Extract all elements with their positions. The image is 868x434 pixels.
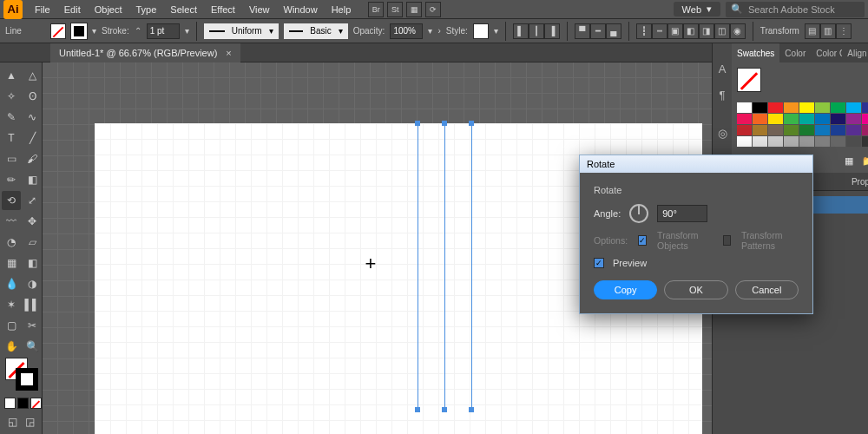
swatch-color[interactable]: [862, 125, 868, 135]
align-bottom-icon[interactable]: ▄: [606, 23, 621, 39]
swatch-color[interactable]: [753, 136, 767, 147]
cancel-button[interactable]: Cancel: [735, 280, 799, 299]
stock-button[interactable]: St: [387, 2, 403, 17]
menu-window[interactable]: Window: [277, 4, 325, 15]
stroke-swatch[interactable]: [71, 23, 87, 39]
align-middle-icon[interactable]: ━: [590, 23, 606, 39]
stroke-weight-input[interactable]: [147, 23, 180, 39]
swatch-color[interactable]: [737, 125, 752, 135]
swatch-color[interactable]: [753, 102, 767, 113]
menu-type[interactable]: Type: [129, 4, 164, 15]
angle-input[interactable]: [657, 205, 707, 222]
direct-selection-tool[interactable]: △: [23, 66, 42, 85]
bridge-button[interactable]: Br: [368, 2, 384, 17]
blend-tool[interactable]: ◑: [23, 274, 42, 293]
shaper-tool[interactable]: ✏: [2, 170, 21, 189]
transform-label[interactable]: Transform: [760, 26, 799, 36]
artboard-tool[interactable]: ▢: [2, 316, 21, 335]
selection-handle[interactable]: [469, 121, 474, 126]
opacity-input[interactable]: [390, 23, 423, 39]
stroke-stepper-icon[interactable]: ⌃: [135, 26, 141, 36]
swatch-color[interactable]: [784, 136, 799, 147]
preview-checkbox[interactable]: ✓: [594, 258, 604, 268]
perspective-grid-tool[interactable]: ▱: [23, 233, 42, 252]
swatch-color[interactable]: [862, 102, 868, 113]
type-tool[interactable]: T: [2, 128, 21, 148]
color-chip[interactable]: [4, 398, 16, 409]
distribute-v-icon[interactable]: ┅: [652, 23, 667, 39]
selection-handle[interactable]: [442, 407, 447, 412]
selected-line[interactable]: [471, 123, 472, 410]
align-top-icon[interactable]: ▀: [575, 23, 590, 39]
search-stock[interactable]: 🔍 Search Adobe Stock: [726, 2, 865, 17]
shape-icon[interactable]: ▥: [820, 23, 836, 39]
line-segment-tool[interactable]: ╱: [23, 128, 42, 148]
recolor-icon[interactable]: ◉: [730, 23, 746, 39]
transform-objects-checkbox[interactable]: ✓: [638, 235, 647, 246]
free-transform-tool[interactable]: ✥: [23, 212, 42, 231]
swatch-color[interactable]: [784, 114, 799, 124]
edit-icon[interactable]: ◨: [699, 23, 714, 39]
hand-tool[interactable]: ✋: [2, 337, 21, 356]
menu-view[interactable]: View: [242, 4, 277, 15]
none-chip[interactable]: [30, 398, 42, 409]
color-well[interactable]: [2, 358, 42, 396]
shape-builder-tool[interactable]: ◔: [2, 233, 21, 252]
gradient-tool[interactable]: ◧: [23, 253, 42, 273]
width-tool[interactable]: 〰: [2, 212, 21, 231]
swatch-color[interactable]: [768, 102, 783, 113]
ok-button[interactable]: OK: [664, 280, 727, 299]
magic-wand-tool[interactable]: ✧: [2, 87, 21, 106]
current-swatch-icon[interactable]: [737, 68, 761, 92]
selected-line[interactable]: [418, 123, 418, 410]
fill-swatch[interactable]: [50, 23, 66, 39]
stroke-color-icon[interactable]: [16, 368, 38, 391]
color-guide-tab[interactable]: Color Guide: [811, 43, 842, 62]
symbol-sprayer-tool[interactable]: ✶: [2, 295, 21, 314]
copy-button[interactable]: Copy: [594, 280, 657, 299]
selection-tool[interactable]: ▲: [2, 66, 21, 85]
isolate-icon[interactable]: ◧: [683, 23, 699, 39]
profile-dropdown[interactable]: Uniform▾: [204, 23, 279, 39]
workspace-switcher[interactable]: Web ▾: [674, 2, 720, 16]
swatch-color[interactable]: [846, 136, 861, 147]
align-to-icon[interactable]: ▣: [667, 23, 683, 39]
transforms-icon[interactable]: ▤: [805, 23, 820, 39]
slice-tool[interactable]: ✂: [23, 316, 42, 335]
menu-help[interactable]: Help: [325, 4, 358, 15]
screen-mode-full-icon[interactable]: ◲: [22, 414, 37, 430]
swatch-color[interactable]: [831, 125, 845, 135]
column-graph-tool[interactable]: ▌▌: [23, 295, 42, 314]
appearance-panel-icon[interactable]: ◎: [713, 123, 732, 142]
swatch-color[interactable]: [846, 114, 861, 124]
new-swatch-icon[interactable]: ▦: [845, 155, 858, 169]
swatch-color[interactable]: [831, 102, 845, 113]
paintbrush-tool[interactable]: 🖌: [23, 149, 42, 168]
more-icon[interactable]: ⋮: [836, 23, 852, 39]
swatch-color[interactable]: [753, 125, 767, 135]
pen-tool[interactable]: ✎: [2, 108, 21, 127]
swatch-color[interactable]: [862, 114, 868, 124]
rotate-tool[interactable]: ⟲: [2, 191, 21, 210]
lasso-tool[interactable]: ʘ: [23, 87, 42, 106]
rectangle-tool[interactable]: ▭: [2, 149, 21, 168]
new-group-icon[interactable]: 📁: [862, 155, 868, 169]
document-tab[interactable]: Untitled-1* @ 66.67% (RGB/Preview) ×: [50, 43, 240, 62]
close-icon[interactable]: ×: [226, 48, 231, 58]
swatch-color[interactable]: [815, 125, 830, 135]
eyedropper-tool[interactable]: 💧: [2, 274, 21, 293]
dialog-titlebar[interactable]: Rotate: [580, 155, 812, 173]
swatch-color[interactable]: [753, 114, 767, 124]
swatch-color[interactable]: [768, 114, 783, 124]
swatch-color[interactable]: [862, 136, 868, 147]
brush-dropdown[interactable]: Basic▾: [284, 23, 348, 39]
mesh-tool[interactable]: ▦: [2, 253, 21, 273]
type-panel-icon[interactable]: A: [713, 59, 732, 78]
swatch-color[interactable]: [737, 102, 752, 113]
selection-handle[interactable]: [469, 407, 474, 412]
zoom-tool[interactable]: 🔍: [23, 337, 42, 356]
align-left-icon[interactable]: ▌: [513, 23, 529, 39]
menu-object[interactable]: Object: [88, 4, 129, 15]
swatch-color[interactable]: [815, 102, 830, 113]
align-tab[interactable]: Align: [842, 43, 868, 62]
